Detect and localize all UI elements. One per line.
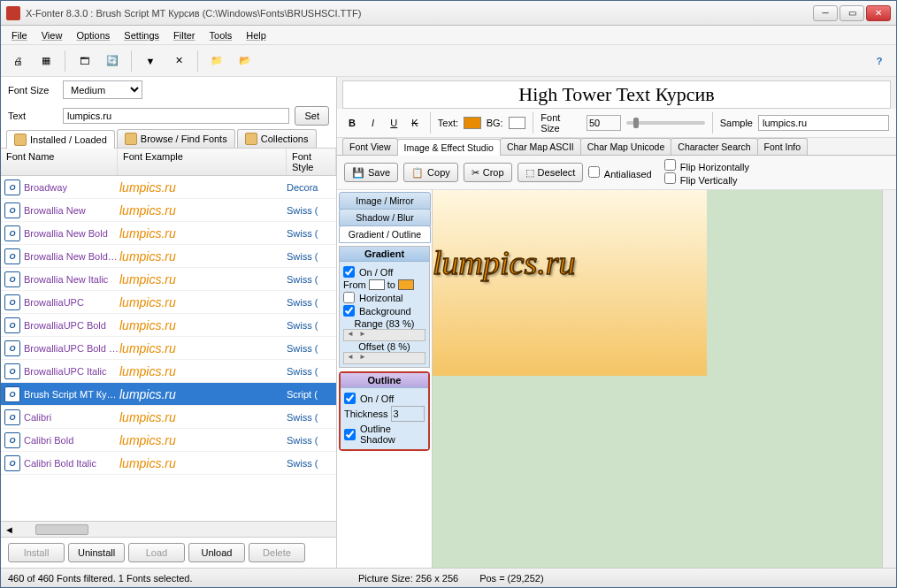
collection-manage-icon[interactable]: 📂 xyxy=(234,50,257,73)
tab-fontview[interactable]: Font View xyxy=(342,138,398,155)
font-list[interactable]: OBroadwaylumpics.ruDecoraOBrowallia Newl… xyxy=(1,176,336,522)
maximize-button[interactable]: ▭ xyxy=(840,5,864,21)
range-slider[interactable] xyxy=(343,329,426,341)
table-row[interactable]: OBrowallia Newlumpics.ruSwiss ( xyxy=(1,199,336,222)
font-style: Swiss ( xyxy=(287,366,336,377)
crop-button[interactable]: ✂ Crop xyxy=(464,163,512,182)
table-row[interactable]: OCalibri Boldlumpics.ruSwiss ( xyxy=(1,429,336,452)
col-style[interactable]: Font Style xyxy=(287,149,336,175)
col-name[interactable]: Font Name xyxy=(1,149,118,175)
menu-tools[interactable]: Tools xyxy=(210,30,233,41)
print-icon[interactable]: 🖨 xyxy=(6,50,29,73)
fontsize-select[interactable]: Medium xyxy=(63,80,142,99)
menu-file[interactable]: File xyxy=(12,30,27,41)
menu-view[interactable]: View xyxy=(42,30,63,41)
fliph-check[interactable]: Flip Horizontally xyxy=(664,159,749,172)
table-row[interactable]: OBrowallia New Bold I...lumpics.ruSwiss … xyxy=(1,245,336,268)
table-row[interactable]: OBrowallia New Italiclumpics.ruSwiss ( xyxy=(1,268,336,291)
menu-options[interactable]: Options xyxy=(76,30,110,41)
outline-onoff[interactable] xyxy=(344,393,356,404)
gradient-header: Gradient xyxy=(340,247,429,262)
table-row[interactable]: OBrowalliaUPC Italiclumpics.ruSwiss ( xyxy=(1,360,336,383)
tab-collections[interactable]: Collections xyxy=(237,129,317,148)
preview-canvas[interactable]: lumpics.ru xyxy=(433,190,882,568)
table-row[interactable]: OBroadwaylumpics.ruDecora xyxy=(1,176,336,199)
bg-color[interactable] xyxy=(509,117,526,129)
from-color[interactable] xyxy=(369,279,385,290)
antialiased-check[interactable]: Antialiased xyxy=(588,166,651,179)
font-name: Calibri Bold Italic xyxy=(24,458,119,469)
load-button[interactable]: Load xyxy=(128,543,185,562)
menu-help[interactable]: Help xyxy=(246,30,266,41)
tab-shadow-blur[interactable]: Shadow / Blur xyxy=(339,209,431,226)
filter-icon[interactable]: ▼ xyxy=(139,50,162,73)
tab-charmap-ascii[interactable]: Char Map ASCII xyxy=(500,138,581,155)
thickness-spinner[interactable]: 3 xyxy=(391,406,425,422)
unload-button[interactable]: Unload xyxy=(188,543,245,562)
table-row[interactable]: OCalibrilumpics.ruSwiss ( xyxy=(1,406,336,429)
tab-imagestudio[interactable]: Image & Effect Studio xyxy=(397,139,501,156)
tab-fontinfo[interactable]: Font Info xyxy=(757,138,808,155)
horizontal-check[interactable] xyxy=(343,292,355,303)
close-button[interactable]: ✕ xyxy=(866,5,891,21)
help-icon[interactable]: ? xyxy=(868,50,891,73)
table-row[interactable]: OBrowallia New Boldlumpics.ruSwiss ( xyxy=(1,222,336,245)
flipv-check[interactable]: Flip Vertically xyxy=(664,172,749,186)
fontsize-spinner[interactable]: 50 xyxy=(586,115,621,131)
size-slider[interactable] xyxy=(626,121,704,125)
font-check-icon: O xyxy=(4,363,20,379)
menu-settings[interactable]: Settings xyxy=(124,30,159,41)
sample-input[interactable] xyxy=(758,115,889,131)
tab-image-mirror[interactable]: Image / Mirror xyxy=(339,192,431,210)
window-title: X-Fonter 8.3.0 : Brush Script MT Курсив … xyxy=(26,8,813,19)
background-check[interactable] xyxy=(343,305,355,317)
table-row[interactable]: OBrowalliaUPC Bold It...lumpics.ruSwiss … xyxy=(1,337,336,360)
delete-button[interactable]: Delete xyxy=(249,543,305,562)
offset-slider[interactable] xyxy=(343,352,426,364)
font-check-icon: O xyxy=(4,294,20,310)
strike-button[interactable]: K xyxy=(407,115,423,131)
font-example: lumpics.ru xyxy=(119,180,287,195)
font-example: lumpics.ru xyxy=(119,249,287,263)
gradient-onoff[interactable] xyxy=(343,266,355,278)
font-name: BrowalliaUPC Italic xyxy=(24,366,119,377)
tab-installed[interactable]: Installed / Loaded xyxy=(6,130,115,149)
copy-button[interactable]: 📋 Copy xyxy=(403,163,458,182)
uninstall-button[interactable]: Uninstall xyxy=(68,543,125,562)
collection-add-icon[interactable]: 📁 xyxy=(205,50,228,73)
outline-shadow-check[interactable] xyxy=(344,429,356,440)
vertical-scrollbar[interactable] xyxy=(882,190,896,568)
view-icon[interactable]: 🗔 xyxy=(73,50,96,73)
horizontal-scrollbar[interactable]: ◄ xyxy=(1,522,336,538)
gradient-panel: Gradient On / Off Fromto Horizontal Back… xyxy=(339,246,430,368)
tab-gradient-outline[interactable]: Gradient / Outline xyxy=(339,225,431,243)
italic-button[interactable]: I xyxy=(365,115,381,131)
table-row[interactable]: OBrush Script MT Кур...lumpics.ruScript … xyxy=(1,383,336,406)
tab-browse[interactable]: Browse / Find Fonts xyxy=(117,129,235,148)
deselect-button[interactable]: ⬚ Deselect xyxy=(518,163,584,182)
tab-charmap-unicode[interactable]: Char Map Unicode xyxy=(580,138,672,155)
list-header: Font Name Font Example Font Style xyxy=(1,148,336,176)
underline-button[interactable]: U xyxy=(386,115,402,131)
table-row[interactable]: OCalibri Bold Italiclumpics.ruSwiss ( xyxy=(1,452,336,475)
table-row[interactable]: OBrowalliaUPClumpics.ruSwiss ( xyxy=(1,291,336,314)
to-color[interactable] xyxy=(398,279,414,290)
table-row[interactable]: OBrowalliaUPC Boldlumpics.ruSwiss ( xyxy=(1,314,336,337)
install-button[interactable]: Install xyxy=(8,543,65,562)
font-name: Brush Script MT Кур... xyxy=(24,389,119,400)
text-color[interactable] xyxy=(464,117,481,129)
text-input[interactable] xyxy=(63,108,289,124)
bold-button[interactable]: B xyxy=(344,115,360,131)
compare-icon[interactable]: ▦ xyxy=(34,50,58,73)
col-example[interactable]: Font Example xyxy=(118,149,287,175)
minimize-button[interactable]: ─ xyxy=(813,5,838,21)
clear-filter-icon[interactable]: ✕ xyxy=(167,50,190,73)
refresh-icon[interactable]: 🔄 xyxy=(101,50,124,73)
status-pos: Pos = (29,252) xyxy=(479,573,543,584)
set-button[interactable]: Set xyxy=(295,106,329,126)
outline-header: Outline xyxy=(341,373,428,388)
save-button[interactable]: 💾 Save xyxy=(344,163,398,182)
menu-filter[interactable]: Filter xyxy=(173,30,195,41)
font-check-icon: O xyxy=(4,317,20,333)
tab-charsearch[interactable]: Character Search xyxy=(671,138,757,155)
